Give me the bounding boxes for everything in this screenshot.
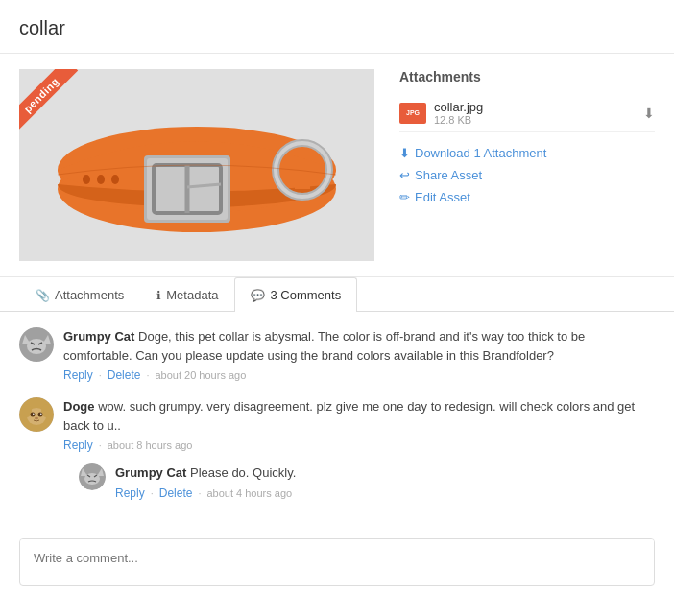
edit-icon: ✏ — [399, 190, 410, 204]
comment-body-2: Doge wow. such grumpy. very disagreement… — [63, 397, 655, 500]
grumpy-cat-avatar — [19, 327, 54, 362]
comment-thread-2: Doge wow. such grumpy. very disagreement… — [19, 397, 655, 500]
tab-attachments-label: Attachments — [55, 288, 124, 302]
reply-button-2[interactable]: Reply — [63, 438, 93, 452]
comment-text-2: Doge wow. such grumpy. very disagreement… — [63, 397, 655, 435]
action-links: ⬇ Download 1 Attachment ↩ Share Asset ✏ … — [399, 146, 655, 204]
avatar-doge — [19, 397, 54, 432]
download-icon: ⬇ — [399, 146, 410, 160]
download-attachment-link[interactable]: ⬇ Download 1 Attachment — [399, 146, 655, 160]
nested-comment-text-1: Grumpy Cat Please do. Quickly. — [115, 463, 655, 483]
metadata-tab-icon: ℹ — [156, 289, 161, 302]
comment-actions-2: Reply · about 8 hours ago — [63, 438, 655, 452]
nested-comment-actions-1: Reply · Delete · about 4 hours ago — [115, 486, 655, 500]
page-title: collar — [19, 17, 655, 39]
svg-point-14 — [27, 339, 46, 354]
tab-attachments[interactable]: 📎 Attachments — [19, 277, 140, 312]
tab-metadata[interactable]: ℹ Metadata — [140, 277, 234, 312]
comment-time-2: about 8 hours ago — [108, 439, 193, 451]
comment-actions-1: Reply · Delete · about 20 hours ago — [63, 368, 655, 382]
svg-point-22 — [41, 404, 51, 417]
svg-point-12 — [83, 175, 90, 184]
svg-point-29 — [84, 473, 100, 485]
delete-button-1[interactable]: Delete — [108, 368, 141, 382]
avatar-grumpy-cat-nested — [79, 463, 106, 490]
attachment-download-icon[interactable]: ⬇ — [643, 106, 655, 121]
avatar-grumpy-cat-1 — [19, 327, 54, 362]
tabs-bar: 📎 Attachments ℹ Metadata 💬 3 Comments — [0, 277, 674, 312]
attachment-name: collar.jpg — [434, 100, 636, 114]
image-section: pending — [19, 69, 384, 261]
comment-content-1: Doge, this pet collar is abysmal. The co… — [63, 329, 585, 363]
comment-author-1: Grumpy Cat — [63, 329, 134, 344]
asset-image-wrapper: pending — [19, 69, 374, 261]
nested-comment-time-1: about 4 hours ago — [207, 487, 293, 499]
delete-button-nested-1[interactable]: Delete — [159, 486, 193, 500]
svg-point-21 — [22, 404, 32, 417]
comment-input-area — [19, 538, 655, 586]
attachment-size: 12.8 KB — [434, 114, 636, 126]
pending-badge: pending — [19, 69, 96, 146]
attachments-panel: Attachments JPG collar.jpg 12.8 KB ⬇ ⬇ D… — [399, 69, 655, 261]
main-content: pending — [0, 54, 674, 277]
comment-text-1: Grumpy Cat Doge, this pet collar is abys… — [63, 327, 655, 365]
page-header: collar — [0, 0, 674, 54]
nested-comment-1: Grumpy Cat Please do. Quickly. Reply · D… — [79, 463, 655, 500]
svg-point-23 — [31, 413, 36, 417]
attachments-tab-icon: 📎 — [36, 289, 50, 302]
pending-label: pending — [19, 69, 78, 131]
comment-thread-1: Grumpy Cat Doge, this pet collar is abys… — [19, 327, 655, 382]
nested-comment-content-1: Please do. Quickly. — [190, 465, 296, 480]
comment-content-2: wow. such grumpy. very disagreement. plz… — [63, 399, 635, 433]
comment-time-1: about 20 hours ago — [156, 369, 247, 381]
reply-button-nested-1[interactable]: Reply — [115, 486, 145, 500]
svg-rect-9 — [295, 170, 310, 189]
svg-point-24 — [38, 413, 43, 417]
grumpy-cat-nested-avatar — [79, 463, 106, 490]
attachment-thumbnail: JPG — [399, 103, 426, 124]
share-icon: ↩ — [399, 168, 410, 182]
attachments-heading: Attachments — [399, 69, 655, 84]
reply-button-1[interactable]: Reply — [63, 368, 93, 382]
comment-author-2: Doge — [63, 399, 95, 414]
comments-tab-icon: 💬 — [251, 289, 265, 302]
svg-point-26 — [40, 413, 42, 415]
tab-comments[interactable]: 💬 3 Comments — [234, 277, 357, 312]
comment-body-1: Grumpy Cat Doge, this pet collar is abys… — [63, 327, 655, 382]
svg-point-10 — [111, 175, 119, 184]
share-asset-link[interactable]: ↩ Share Asset — [399, 168, 655, 182]
svg-point-11 — [97, 175, 105, 184]
comments-section: Grumpy Cat Doge, this pet collar is abys… — [0, 312, 674, 531]
attachment-info: collar.jpg 12.8 KB — [434, 100, 636, 126]
edit-asset-link[interactable]: ✏ Edit Asset — [399, 190, 655, 204]
nested-comment-body-1: Grumpy Cat Please do. Quickly. Reply · D… — [115, 463, 655, 500]
nested-comment-author-1: Grumpy Cat — [115, 465, 186, 480]
attachment-item: JPG collar.jpg 12.8 KB ⬇ — [399, 94, 655, 132]
doge-avatar — [19, 397, 54, 432]
comment-input[interactable] — [20, 539, 654, 581]
tab-comments-label: 3 Comments — [270, 288, 341, 302]
svg-point-25 — [33, 413, 35, 415]
svg-point-27 — [35, 417, 38, 419]
tab-metadata-label: Metadata — [166, 288, 218, 302]
